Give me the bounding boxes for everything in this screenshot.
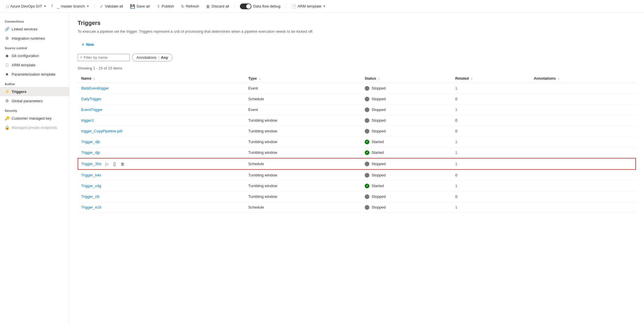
trigger-name-link[interactable]: Trigger_e16	[81, 205, 101, 209]
trigger-name-link[interactable]: Trigger_4jb	[81, 140, 100, 144]
col-type-header[interactable]: Type ↕	[245, 74, 361, 83]
table-row[interactable]: Trigger_e16ScheduleStopped1	[78, 202, 636, 213]
related-link[interactable]: 1	[455, 205, 457, 209]
author-section-label: Author	[0, 79, 69, 87]
table-row[interactable]: trigger_CopyPipeline-pl0Tumbling windowS…	[78, 126, 636, 136]
table-row[interactable]: Trigger_4jbTumbling window✓Started1	[78, 136, 636, 147]
new-trigger-button[interactable]: + New	[78, 40, 98, 49]
filter-input[interactable]	[84, 55, 124, 60]
data-flow-debug-toggle[interactable]: Data flow debug	[237, 2, 283, 10]
showing-text: Showing 1 - 15 of 15 items	[78, 66, 636, 70]
sidebar-item-git-configuration[interactable]: ◆ Git configuration	[0, 51, 69, 60]
toggle-thumb	[246, 4, 251, 9]
validate-all-button[interactable]: ✓ Validate all	[97, 3, 126, 10]
trigger-name-link[interactable]: trigger1	[81, 118, 94, 123]
save-all-button[interactable]: 💾 Save all	[127, 3, 153, 10]
sidebar-item-arm-template[interactable]: □ ARM template	[0, 60, 69, 70]
trigger-annotations-cell	[530, 180, 636, 191]
trigger-name-link[interactable]: DailyTrigger	[81, 97, 101, 101]
arm-template-button[interactable]: 📄 ARM template ▼	[288, 3, 329, 10]
trigger-name-cell: Trigger_e16	[78, 202, 245, 213]
table-row[interactable]: Trigger_b4xTumbling windowStopped0	[78, 170, 636, 180]
trigger-status-cell: ✓Started	[361, 180, 452, 191]
filter-row: ▿ Annotations : Any	[78, 54, 636, 61]
parameterization-icon: ■	[5, 72, 9, 76]
publish-button[interactable]: ⇧ Publish	[154, 3, 177, 10]
sidebar-item-customer-managed-key[interactable]: 🔑 Customer managed key	[0, 114, 69, 123]
status-stopped-icon	[365, 107, 369, 112]
trigger-name-cell: Trigger_cdg	[78, 180, 245, 191]
discard-all-button[interactable]: 🗑 Discard all	[203, 3, 232, 10]
sidebar-item-linked-services[interactable]: 🔗 Linked services	[0, 24, 69, 34]
status-text: Stopped	[372, 173, 386, 177]
related-sort-icon: ↕	[471, 77, 472, 80]
trigger-name-link[interactable]: trigger_CopyPipeline-pl0	[81, 129, 122, 133]
code-icon[interactable]: {}	[112, 161, 117, 167]
branch-label: master branch	[61, 4, 85, 8]
page-description: To execute a pipeline set the trigger. T…	[78, 29, 338, 34]
trigger-name-link[interactable]: EventTrigger	[81, 107, 103, 112]
table-row[interactable]: EventTriggerEventStopped1	[78, 104, 636, 115]
table-row[interactable]: Trigger_4jpTumbling window✓Started1	[78, 147, 636, 158]
sidebar-item-global-parameters[interactable]: ⚙ Global parameters	[0, 96, 69, 105]
save-icon: 💾	[130, 4, 135, 9]
trigger-name-cell: trigger1	[78, 115, 245, 126]
table-row[interactable]: Trigger_35o▷{}🗑ScheduleStopped1	[78, 158, 636, 170]
status-text: Stopped	[372, 205, 386, 209]
trigger-status-cell: ✓Started	[361, 147, 452, 158]
related-link[interactable]: 1	[455, 162, 457, 166]
trigger-name-link[interactable]: Trigger_b4x	[81, 173, 101, 177]
branch-icon: ⎯	[57, 4, 59, 9]
col-status-header[interactable]: Status ↕	[361, 74, 452, 83]
table-row[interactable]: trigger1Tumbling windowStopped0	[78, 115, 636, 126]
status-sort-icon: ↕	[378, 77, 380, 80]
col-related-header[interactable]: Related ↕	[452, 74, 530, 83]
trigger-status-cell: Stopped	[361, 191, 452, 202]
table-row[interactable]: Trigger_cdgTumbling window✓Started1	[78, 180, 636, 191]
refresh-button[interactable]: ↻ Refresh	[178, 3, 202, 10]
trigger-name-link[interactable]: BlobEventtrigger	[81, 86, 109, 90]
sidebar-item-integration-runtimes[interactable]: ⚙ Integration runtimes	[0, 34, 69, 43]
sep1: /	[52, 3, 52, 9]
trigger-status-cell: Stopped	[361, 126, 452, 136]
sidebar-item-parameterization-template[interactable]: ■ Parameterization template	[0, 70, 69, 79]
related-link[interactable]: 1	[455, 140, 457, 144]
trigger-name-link[interactable]: Trigger_35o	[81, 162, 101, 166]
sidebar-item-triggers[interactable]: ⚡ Triggers	[0, 87, 69, 96]
trigger-annotations-cell	[530, 136, 636, 147]
delete-icon[interactable]: 🗑	[119, 161, 126, 167]
related-link[interactable]: 1	[455, 150, 457, 155]
trigger-related-cell: 1	[452, 147, 530, 158]
trigger-related-cell: 1	[452, 104, 530, 115]
related-link[interactable]: 1	[455, 184, 457, 188]
trigger-name-link[interactable]: Trigger_cfc	[81, 194, 100, 199]
repo-selector[interactable]: □ Azure DevOps GIT ▼	[3, 3, 49, 10]
annotations-filter-button[interactable]: Annotations : Any	[132, 54, 172, 61]
table-row[interactable]: BlobEventtriggerEventStopped1	[78, 83, 636, 94]
refresh-icon: ↻	[181, 4, 185, 9]
col-name-header[interactable]: Name ↕	[78, 74, 245, 83]
table-row[interactable]: DailyTriggerScheduleStopped0	[78, 94, 636, 104]
trigger-status-cell: Stopped	[361, 94, 452, 104]
trash-icon: 🗑	[206, 4, 210, 9]
trigger-name-link[interactable]: Trigger_4jp	[81, 150, 100, 155]
related-link[interactable]: 1	[455, 86, 457, 90]
trigger-annotations-cell	[530, 202, 636, 213]
status-stopped-icon	[365, 129, 369, 134]
trigger-name-link[interactable]: Trigger_cdg	[81, 184, 101, 188]
private-endpoints-icon: 🔒	[5, 125, 9, 130]
trigger-name-cell: DailyTrigger	[78, 94, 245, 104]
trigger-type-cell: Event	[245, 83, 361, 94]
trigger-annotations-cell	[530, 147, 636, 158]
play-icon[interactable]: ▷	[104, 161, 110, 167]
branch-selector[interactable]: ⎯ master branch ▼	[54, 3, 92, 10]
col-annotations-header[interactable]: Annotations ↕	[530, 74, 636, 83]
related-link[interactable]: 1	[455, 107, 457, 112]
trigger-annotations-cell	[530, 126, 636, 136]
trigger-related-cell: 0	[452, 170, 530, 180]
filter-input-wrap: ▿	[78, 54, 130, 61]
trigger-status-cell: Stopped	[361, 170, 452, 180]
table-row[interactable]: Trigger_cfcTumbling windowStopped0	[78, 191, 636, 202]
toggle-track[interactable]	[240, 3, 251, 9]
trigger-status-cell: Stopped	[361, 104, 452, 115]
